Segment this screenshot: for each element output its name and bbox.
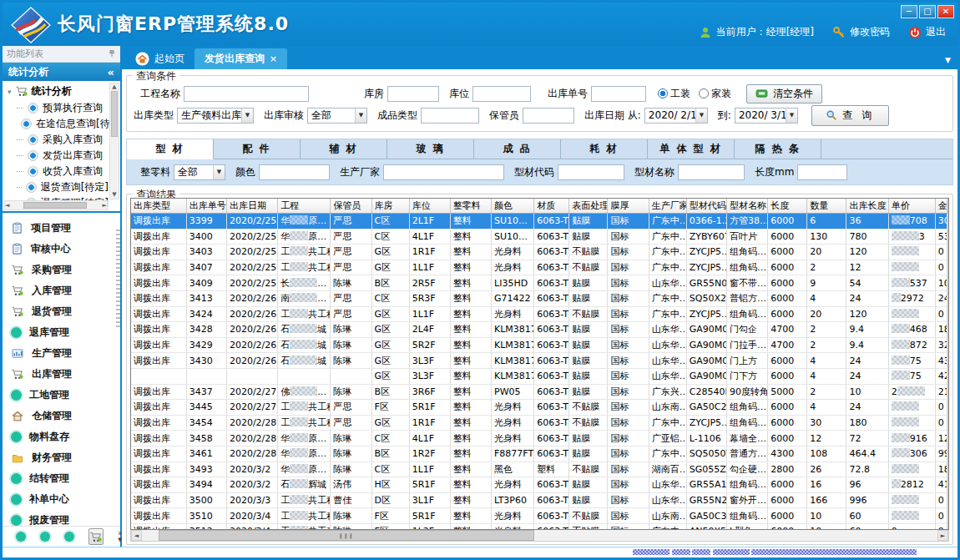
tab-close-icon[interactable]: ×	[270, 53, 277, 64]
sidebar-item-入库管理[interactable]: 入库管理	[11, 280, 120, 301]
table-row[interactable]: 调拨出库33992020/2/25华原…严思C区2L1F整料SU10…6063-…	[131, 214, 947, 230]
close-button[interactable]: ✕	[937, 5, 954, 18]
sidebar-item-财务管理[interactable]: 财务管理	[11, 447, 120, 468]
scroll-up-icon[interactable]: ▲	[948, 199, 949, 209]
tree-item-预算执行查询[interactable]: 预算执行查询	[17, 100, 109, 116]
maximize-button[interactable]: □	[919, 5, 936, 18]
column-header-库位[interactable]: 库位	[409, 199, 450, 214]
table-row[interactable]: 调拨出库35102020/3/4工共工程陈琳F区5R1F整料光身料6063-T5…	[131, 508, 947, 524]
sidebar-item-出库管理[interactable]: 出库管理	[11, 364, 120, 385]
project-name-input[interactable]	[184, 86, 309, 102]
sidebar-item-结转管理[interactable]: 结转管理	[11, 468, 120, 489]
tree-item-在途信息查询[待[interactable]: 在途信息查询[待	[17, 116, 109, 132]
table-row[interactable]: 调拨出库34032020/2/25工共工程严思G区1R1F整料光身料6063-T…	[131, 245, 947, 260]
sidebar-scrollbar[interactable]	[116, 230, 120, 330]
tree-expander-icon[interactable]: ▾	[8, 88, 12, 96]
product-type-input[interactable]	[421, 108, 479, 124]
material-tab-玻璃[interactable]: 玻 璃	[387, 139, 474, 159]
column-header-出库类型[interactable]: 出库类型	[131, 199, 186, 214]
sidebar-item-项目管理[interactable]: 项目管理	[11, 218, 120, 239]
material-tab-单体型材[interactable]: 单 体 型 材	[648, 139, 735, 159]
filter-select-整零料[interactable]: 全部▼	[174, 164, 225, 180]
tab-发货出库查询[interactable]: 发货出库查询×	[195, 48, 287, 69]
logout-button[interactable]: 退出	[908, 25, 946, 39]
column-header-数量[interactable]: 数量	[807, 199, 846, 214]
table-row[interactable]: 调拨出库34582020/2/28华原…陈琳C区4L1F整料光身料6063-T5…	[131, 431, 947, 446]
material-tab-耗材[interactable]: 耗 材	[561, 139, 648, 159]
tree-horizontal-scrollbar[interactable]: ◄►	[4, 200, 108, 210]
collapse-panel-button[interactable]: «	[108, 66, 114, 78]
column-header-单价[interactable]: 单价	[888, 199, 935, 214]
table-row[interactable]: 调拨出库34092020/2/25长…陈琳B区2R5F整料LI35HD6063-…	[131, 275, 947, 291]
tab-起始页[interactable]: 起始页	[125, 48, 195, 69]
search-button[interactable]: 查 询	[811, 105, 889, 126]
tree-item-发货出库查询[interactable]: 发货出库查询	[17, 148, 109, 164]
location-input[interactable]	[472, 86, 531, 102]
table-row[interactable]: 调拨出库34932020/3/2华原…陈琳C区1L1F整料黑色塑料不贴膜国标湖南…	[131, 462, 947, 477]
table-row[interactable]: 调拨出库34612020/2/28华原…陈琳B区1R2F整料F8877FT606…	[131, 446, 947, 462]
sidebar-item-补单中心[interactable]: 补单中心	[11, 489, 120, 510]
keeper-input[interactable]	[523, 108, 574, 124]
table-row[interactable]: G区3L3F整料KLM38176063-T5贴膜国标山东华…GA90M09.门下…	[131, 368, 947, 384]
column-header-金[interactable]: 金	[935, 199, 947, 214]
date-from-picker[interactable]: 2020/ 2/16▼	[644, 108, 708, 124]
audit-select[interactable]: 全部▼	[307, 108, 367, 124]
sidebar-item-工地管理[interactable]: 工地管理	[11, 385, 120, 406]
tree-item-采购入库查询[interactable]: 采购入库查询	[17, 132, 109, 148]
order-no-input[interactable]	[591, 86, 646, 102]
date-to-picker[interactable]: 2020/ 3/16▼	[735, 108, 798, 124]
sidebar-item-审核中心[interactable]: 审核中心	[11, 239, 120, 260]
horizontal-scroll-thumb[interactable]: ❚❚❚	[159, 530, 534, 541]
scroll-down-icon[interactable]: ▼	[948, 518, 949, 529]
column-header-材质[interactable]: 材质	[534, 199, 569, 214]
pin-icon[interactable]	[108, 49, 116, 58]
sidebar-item-退库管理[interactable]: 退库管理	[11, 322, 120, 343]
table-row[interactable]: 调拨出库34942020/3/2石辉城汤伟H区5R1F整料光身料6063-T5贴…	[131, 477, 947, 493]
change-password-button[interactable]: 修改密码	[832, 25, 890, 39]
material-tab-型材[interactable]: 型 材	[127, 139, 214, 159]
table-row[interactable]: 调拨出库34282020/2/26石城陈琳G区2L4F整料KLM38176063…	[131, 322, 947, 338]
sidebar-item-物料盘存[interactable]: 物料盘存	[11, 426, 120, 447]
material-tab-辅材[interactable]: 辅 材	[301, 139, 387, 159]
tree-vertical-scrollbar[interactable]: ▲▼	[109, 83, 119, 199]
minimize-button[interactable]: ─	[901, 5, 917, 18]
scroll-right-icon[interactable]: ►	[937, 530, 948, 541]
table-row[interactable]: 调拨出库34452020/2/27工共工程严思F区5R1F整料光身料6063-T…	[131, 400, 947, 416]
material-tab-成品[interactable]: 成 品	[474, 139, 561, 159]
material-tab-隔热条[interactable]: 隔 热 条	[735, 139, 821, 159]
column-header-生产厂家[interactable]: 生产厂家	[649, 199, 686, 214]
table-row[interactable]: 调拨出库34242020/2/26工共工程严思G区1L1F整料光身料6063-T…	[131, 306, 947, 322]
tree-item-收货入库查询[interactable]: 收货入库查询	[17, 164, 109, 179]
sidebar-item-仓储管理[interactable]: 仓储管理	[11, 406, 120, 426]
table-vertical-scrollbar[interactable]: ▲ ▼	[947, 199, 949, 529]
sidebar-item-生产管理[interactable]: 生产管理	[11, 343, 120, 364]
table-row[interactable]: 调拨出库34302020/2/26石城陈琳G区3L3F整料KLM38176063…	[131, 353, 947, 369]
filter-input-颜色[interactable]	[259, 164, 330, 180]
out-type-select[interactable]: 生产领料出库▼	[177, 108, 254, 124]
column-header-保管员[interactable]: 保管员	[331, 199, 371, 214]
filter-input-型材名称[interactable]	[678, 164, 745, 180]
column-header-出库单号[interactable]: 出库单号	[186, 199, 226, 214]
column-header-型材名称[interactable]: 型材名称	[726, 199, 767, 214]
table-row[interactable]: 调拨出库35002020/3/3工共工程曹佳D区3L1F整料LT3P606063…	[131, 492, 947, 508]
column-header-工程[interactable]: 工程	[278, 199, 331, 214]
table-row[interactable]: 调拨出库34292020/2/26石城陈琳G区5R2F整料KLM38176063…	[131, 337, 947, 353]
table-row[interactable]: 调拨出库34542020/2/28工共工程严思G区1R1F整料光身料6063-T…	[131, 415, 947, 431]
sidebar-cart-button[interactable]	[88, 528, 104, 545]
tree-item-退货查询[待定][interactable]: 退货查询[待定]	[17, 179, 109, 195]
table-row[interactable]: 调拨出库34132020/2/26南…严思C区5R3F整料G714226063-…	[131, 290, 947, 306]
clear-conditions-button[interactable]: 清空条件	[746, 84, 822, 103]
tree-root-node[interactable]: ▾ 统计分析	[6, 83, 109, 100]
radio-工装[interactable]	[658, 88, 668, 98]
column-header-长度[interactable]: 长度	[768, 199, 807, 214]
filter-input-长度mm[interactable]	[797, 164, 847, 180]
column-header-库房[interactable]: 库房	[371, 199, 409, 214]
table-row[interactable]: 调拨出库35122020/3/4工共工程陈琳F区1L2F整料光身料6063-T5…	[131, 523, 947, 530]
table-row[interactable]: 调拨出库34372020/2/27佛…陈琳B区3R6F整料PW056063-T5…	[131, 384, 947, 400]
column-header-整零料[interactable]: 整零料	[450, 199, 491, 214]
scroll-left-icon[interactable]: ◄	[131, 530, 142, 541]
sidebar-item-报废管理[interactable]: 报废管理	[11, 510, 120, 526]
filter-input-生产厂家[interactable]	[383, 164, 504, 180]
table-row[interactable]: 调拨出库34072020/2/25工共工程严思G区1L1F整料光身料6063-T…	[131, 260, 947, 275]
column-header-颜色[interactable]: 颜色	[492, 199, 534, 214]
